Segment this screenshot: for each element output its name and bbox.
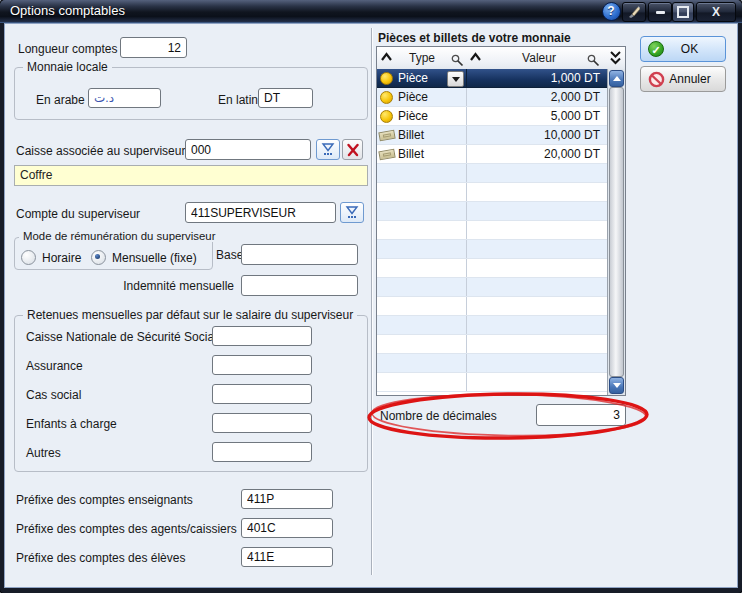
maximize-button[interactable] [672, 2, 694, 22]
table-row[interactable] [377, 297, 607, 316]
type-cell[interactable] [377, 278, 467, 296]
table-row[interactable] [377, 164, 607, 183]
prefixe-enseignants-label: Préfixe des comptes enseignants [16, 493, 193, 507]
table-row[interactable]: Pièce2,000 DT [377, 88, 607, 107]
radio-circle-checked-icon [91, 250, 106, 265]
valeur-cell[interactable]: 20,000 DT [467, 147, 607, 161]
caisse-clear-button[interactable] [342, 139, 363, 160]
table-row[interactable] [377, 373, 607, 392]
double-chevron-down-icon[interactable] [609, 50, 622, 66]
dropdown-ellipsis-icon [345, 205, 359, 220]
scroll-down-button[interactable] [609, 377, 624, 394]
longueur-label: Longueur comptes [18, 42, 117, 56]
annuler-button-label: Annuler [665, 72, 715, 86]
decimales-label: Nombre de décimales [380, 409, 497, 423]
column-header-valeur[interactable]: Valeur [477, 51, 601, 65]
type-cell[interactable]: Billet [377, 126, 467, 144]
scroll-up-button[interactable] [609, 70, 624, 87]
assurance-input[interactable] [212, 355, 312, 375]
table-row[interactable] [377, 221, 607, 240]
table-row[interactable] [377, 259, 607, 278]
valeur-cell[interactable]: 2,000 DT [467, 90, 607, 104]
arrow-up-icon [613, 76, 621, 81]
skin-button[interactable] [622, 2, 646, 22]
dropdown-ellipsis-icon [321, 142, 335, 157]
type-cell[interactable]: Pièce [377, 69, 467, 87]
type-cell[interactable] [377, 259, 467, 277]
scrollbar-thumb[interactable] [609, 87, 624, 377]
type-cell[interactable] [377, 183, 467, 201]
type-cell[interactable] [377, 316, 467, 334]
en-latin-input[interactable] [258, 88, 313, 108]
table-row[interactable] [377, 240, 607, 259]
table-row[interactable]: Pièce5,000 DT [377, 107, 607, 126]
base-input[interactable] [241, 244, 358, 265]
radio-mensuelle[interactable]: Mensuelle (fixe) [91, 250, 197, 265]
type-cell[interactable] [377, 221, 467, 239]
type-cell[interactable]: Pièce [377, 88, 467, 106]
mode-group-title: Mode de rémunération du superviseur [19, 230, 219, 242]
type-cell[interactable] [377, 297, 467, 315]
cnss-input[interactable] [212, 326, 312, 346]
valeur-cell[interactable]: 1,000 DT [467, 71, 607, 85]
type-cell[interactable] [377, 373, 467, 391]
annuler-button[interactable]: Annuler [640, 66, 726, 92]
close-button[interactable]: X [696, 2, 736, 22]
en-arabe-input[interactable] [88, 88, 161, 108]
table-row[interactable]: Billet10,000 DT [377, 126, 607, 145]
column-header-type[interactable]: Type [391, 51, 453, 65]
caisse-name-field: Coffre [14, 165, 368, 186]
banknote-icon [378, 148, 395, 160]
ok-button[interactable]: ✓ OK [640, 36, 726, 62]
table-row[interactable] [377, 183, 607, 202]
grid-body: Pièce1,000 DTPièce2,000 DTPièce5,000 DTB… [377, 69, 607, 395]
enfants-input[interactable] [212, 413, 312, 433]
table-row[interactable]: Billet20,000 DT [377, 145, 607, 164]
longueur-input[interactable] [120, 37, 187, 58]
grid-title: Pièces et billets de votre monnaie [378, 31, 571, 45]
prefixe-caissiers-input[interactable] [241, 518, 333, 538]
table-row[interactable] [377, 335, 607, 354]
radio-horaire[interactable]: Horaire [21, 250, 81, 265]
prefixe-eleves-input[interactable] [241, 547, 333, 567]
table-row[interactable] [377, 202, 607, 221]
minimize-button[interactable] [648, 2, 672, 22]
caisse-lookup-button[interactable] [316, 139, 340, 160]
autres-input[interactable] [212, 442, 312, 462]
table-row[interactable] [377, 316, 607, 335]
indemnite-input[interactable] [241, 275, 358, 296]
type-cell[interactable] [377, 240, 467, 258]
search-magnifier-icon[interactable] [451, 54, 464, 67]
help-button[interactable]: ? [600, 2, 622, 20]
table-row[interactable] [377, 354, 607, 373]
table-row[interactable]: Pièce1,000 DT [377, 69, 607, 88]
type-cell[interactable] [377, 335, 467, 353]
table-row[interactable] [377, 278, 607, 297]
type-value: Pièce [398, 71, 428, 85]
valeur-cell[interactable]: 5,000 DT [467, 109, 607, 123]
chevron-down-icon [452, 77, 460, 82]
type-cell[interactable] [377, 354, 467, 372]
compte-input[interactable] [185, 202, 336, 223]
caisse-input[interactable] [185, 139, 311, 160]
compte-lookup-button[interactable] [340, 202, 364, 223]
type-cell[interactable] [377, 202, 467, 220]
type-combo-dropdown[interactable] [447, 71, 464, 87]
prefixe-enseignants-input[interactable] [241, 489, 333, 509]
type-cell[interactable]: Pièce [377, 107, 467, 125]
radio-circle-icon [21, 250, 36, 265]
titlebar[interactable]: Options comptables ? X [0, 0, 742, 23]
help-icon: ? [602, 2, 621, 21]
grid-header[interactable]: Type Valeur [377, 47, 625, 70]
valeur-cell[interactable]: 10,000 DT [467, 128, 607, 142]
search-magnifier-icon[interactable] [587, 54, 600, 67]
prefixe-eleves-label: Préfixe des comptes des élèves [16, 551, 185, 565]
decimales-input[interactable] [536, 404, 626, 426]
type-cell[interactable] [377, 164, 467, 182]
banknote-icon [378, 129, 395, 141]
cas-social-input[interactable] [212, 384, 312, 404]
grid-vertical-scrollbar[interactable] [607, 69, 625, 395]
type-cell[interactable]: Billet [377, 145, 467, 163]
red-no-entry-icon [648, 71, 665, 88]
green-check-circle-icon: ✓ [648, 41, 664, 57]
